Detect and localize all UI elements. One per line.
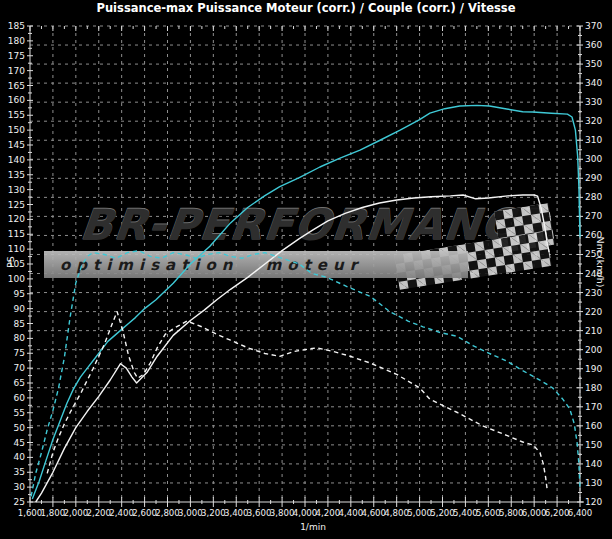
right-axis-unit: Nm (km/h) xyxy=(595,237,606,288)
curve-couple-blanc xyxy=(47,312,547,491)
left-axis-unit: PS xyxy=(5,256,16,268)
dyno-chart-window: Puissance-max Puissance Moteur (corr.) /… xyxy=(0,0,612,539)
curve-couple-cyan xyxy=(31,251,580,497)
curve-puissance-cyan xyxy=(32,105,580,499)
curves-layer xyxy=(0,0,612,539)
x-axis-unit: 1/min xyxy=(300,522,326,532)
curve-puissance-blanche xyxy=(36,195,549,502)
